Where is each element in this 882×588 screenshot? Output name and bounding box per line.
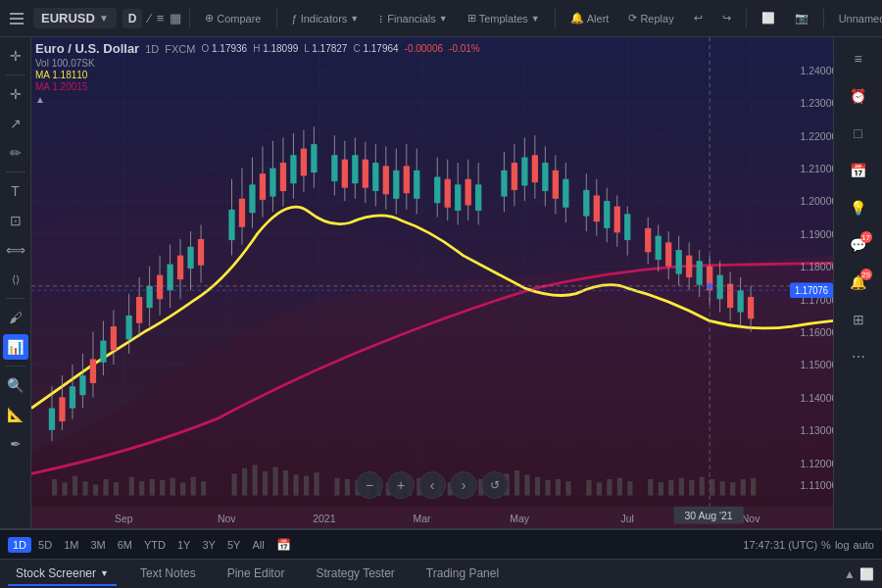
chart-open: O 1.17936: [201, 43, 247, 54]
tf-1m[interactable]: 1M: [59, 537, 83, 553]
svg-rect-97: [475, 184, 481, 211]
svg-rect-169: [293, 474, 298, 495]
svg-rect-119: [614, 207, 620, 233]
tab-text-notes[interactable]: Text Notes: [132, 563, 204, 586]
svg-text:May: May: [510, 513, 529, 524]
reset-button[interactable]: ↺: [481, 471, 509, 499]
brush-tool[interactable]: 🖌: [3, 305, 28, 330]
tf-3y[interactable]: 3Y: [197, 537, 220, 553]
zoom-in-button[interactable]: +: [387, 471, 415, 499]
ideas-icon[interactable]: 💡: [843, 192, 874, 223]
svg-rect-77: [363, 160, 368, 188]
screener-icon[interactable]: ⊞: [843, 304, 874, 335]
active-tool[interactable]: 📊: [3, 334, 28, 360]
tf-1y[interactable]: 1Y: [172, 537, 195, 553]
tab-strategy-tester[interactable]: Strategy Tester: [308, 563, 402, 586]
svg-text:Nov: Nov: [742, 513, 760, 524]
left-toolbar: ✛ ✛ ↗ ✏ T ⊡ ⟺ ⟨⟩ 🖌 📊 🔍 📐 ✒: [0, 37, 31, 528]
svg-rect-107: [542, 163, 548, 191]
indicators-button[interactable]: ƒ Indicators ▼: [285, 10, 367, 27]
svg-rect-162: [201, 481, 206, 495]
shape-tool[interactable]: ⊡: [3, 208, 28, 233]
svg-text:1.19000: 1.19000: [800, 228, 833, 240]
undo-button[interactable]: ↩: [687, 9, 710, 27]
account-selector[interactable]: Unnamed ▼: [832, 10, 882, 27]
trend-line-tool[interactable]: ↗: [3, 111, 28, 136]
symbol-selector[interactable]: EURUSD ▼: [33, 8, 117, 28]
tf-1d[interactable]: 1D: [8, 537, 31, 553]
percent-label[interactable]: %: [821, 539, 831, 551]
svg-rect-47: [177, 256, 183, 279]
svg-point-146: [707, 283, 712, 290]
svg-rect-170: [304, 476, 309, 496]
chart-close: C 1.17964: [353, 43, 398, 54]
svg-rect-69: [311, 144, 317, 172]
alert-button[interactable]: 🔔 Alert: [564, 9, 616, 27]
timeframe-left: 1D 5D 1M 3M 6M YTD 1Y 3Y 5Y All 📅: [8, 532, 297, 558]
interval-selector[interactable]: D: [122, 9, 143, 28]
svg-rect-73: [342, 160, 348, 188]
tf-6m[interactable]: 6M: [113, 537, 137, 553]
svg-text:1.17076: 1.17076: [795, 284, 828, 295]
log-label[interactable]: log: [835, 539, 850, 551]
redo-button[interactable]: ↪: [715, 9, 738, 27]
top-bar: EURUSD ▼ D ⁄ ≡ ▦ ⊕ Compare ƒ Indicators …: [0, 0, 882, 37]
text-tool[interactable]: T: [3, 178, 28, 204]
maximize-panel-button[interactable]: ⬜: [859, 567, 874, 581]
svg-rect-163: [232, 473, 237, 495]
collapse-panel-button[interactable]: ▲: [844, 567, 856, 581]
svg-rect-172: [334, 478, 339, 496]
separator-4: [746, 9, 747, 28]
data-window-icon[interactable]: □: [843, 118, 874, 149]
tab-trading-panel[interactable]: Trading Panel: [418, 563, 507, 586]
svg-rect-35: [111, 326, 117, 350]
svg-rect-31: [90, 359, 96, 382]
financials-button[interactable]: ⫶ Financials ▼: [371, 10, 454, 27]
svg-rect-91: [445, 179, 451, 208]
bottom-section: 1D 5D 1M 3M 6M YTD 1Y 3Y 5Y All 📅 17:47:…: [0, 528, 882, 588]
compare-label: Compare: [217, 13, 261, 24]
svg-rect-87: [414, 171, 419, 199]
tf-all[interactable]: All: [247, 537, 269, 553]
separator-1: [189, 9, 190, 28]
pen-tool[interactable]: ✒: [3, 431, 28, 457]
tf-ytd[interactable]: YTD: [139, 537, 171, 553]
calendar-icon[interactable]: 📅: [843, 155, 874, 186]
calendar-range-icon[interactable]: 📅: [271, 532, 297, 558]
chat-icon[interactable]: 💬 17: [843, 229, 874, 261]
collapse-button[interactable]: ▲: [35, 94, 480, 105]
measure-tool[interactable]: ⟺: [3, 237, 28, 263]
magnet-tool[interactable]: 🔍: [3, 372, 28, 398]
draw-tool[interactable]: ✏: [3, 140, 28, 166]
zoom-out-button[interactable]: −: [356, 471, 383, 499]
svg-rect-204: [710, 479, 714, 496]
menu-button[interactable]: [6, 9, 27, 28]
ma2: MA 1.20015: [35, 81, 87, 92]
tab-stock-screener[interactable]: Stock Screener ▼: [8, 563, 117, 586]
ruler-tool[interactable]: 📐: [3, 402, 28, 427]
watchlist-icon[interactable]: ≡: [843, 43, 874, 74]
templates-button[interactable]: ⊞ Templates ▼: [461, 9, 547, 27]
svg-rect-117: [604, 201, 610, 228]
timeframe-right: 17:47:31 (UTC) % log auto: [743, 539, 874, 551]
tf-5y[interactable]: 5Y: [222, 537, 245, 553]
auto-label[interactable]: auto: [854, 539, 874, 551]
scroll-right-button[interactable]: ›: [450, 471, 477, 499]
notifications-icon[interactable]: 🔔 29: [843, 267, 874, 298]
more-icon[interactable]: ⋯: [843, 341, 874, 372]
cursor-tool[interactable]: ✛: [3, 43, 28, 69]
tf-3m[interactable]: 3M: [85, 537, 110, 553]
svg-rect-191: [556, 479, 561, 496]
crosshair-tool[interactable]: ✛: [3, 81, 28, 107]
replay-button[interactable]: ⟳ Replay: [621, 9, 680, 27]
scroll-left-button[interactable]: ‹: [418, 471, 446, 499]
tab-pine-editor[interactable]: Pine Editor: [220, 563, 293, 586]
tf-5d[interactable]: 5D: [33, 537, 57, 553]
templates-icon: ⊞: [467, 12, 476, 24]
fullscreen-button[interactable]: ⬜: [755, 9, 782, 27]
app-container: EURUSD ▼ D ⁄ ≡ ▦ ⊕ Compare ƒ Indicators …: [0, 0, 882, 588]
zoom-tool[interactable]: ⟨⟩: [3, 267, 28, 292]
compare-button[interactable]: ⊕ Compare: [198, 9, 268, 27]
alerts-icon[interactable]: ⏰: [843, 80, 874, 112]
snapshot-button[interactable]: 📷: [788, 9, 815, 27]
